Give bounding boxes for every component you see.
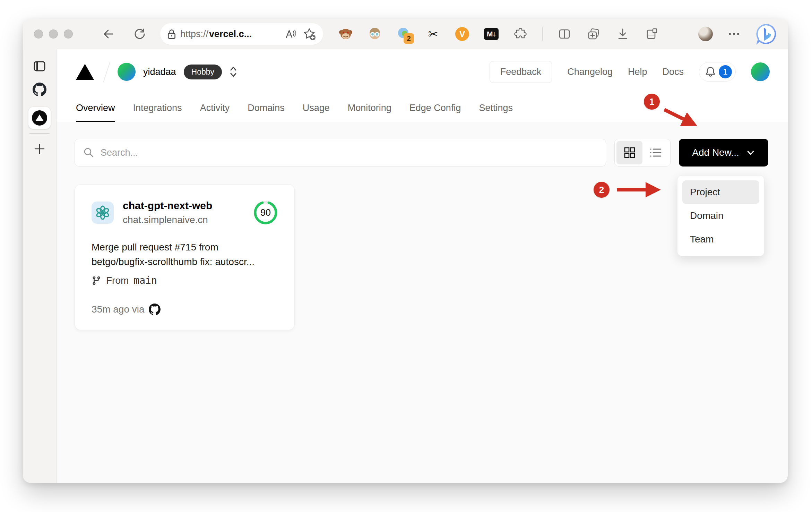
back-arrow-icon	[102, 28, 115, 40]
new-tab-button[interactable]	[34, 143, 45, 155]
github-icon	[33, 83, 46, 96]
collections-icon	[645, 27, 659, 41]
tab-edge-config[interactable]: Edge Config	[409, 94, 461, 122]
dashboard-header: yidadaa Hobby Feedback Changelog Help Do…	[57, 49, 788, 94]
add-new-menu: Project Domain Team	[677, 175, 765, 256]
window-minimize-button[interactable]	[49, 29, 58, 39]
url-host: vercel.c...	[209, 29, 252, 40]
notifications-button[interactable]: 1	[699, 62, 736, 82]
docs-link[interactable]: Docs	[662, 67, 684, 77]
dashboard-tabs: Overview Integrations Activity Domains U…	[57, 94, 788, 122]
menu-item-domain[interactable]: Domain	[682, 204, 759, 228]
back-button[interactable]	[101, 26, 116, 42]
scope-switcher-button[interactable]	[229, 66, 238, 78]
dashboard-content: Add New...	[57, 122, 788, 483]
split-screen-button[interactable]	[557, 27, 572, 41]
team-avatar[interactable]	[118, 63, 136, 81]
project-search[interactable]	[75, 139, 606, 167]
tab-overview[interactable]: Overview	[76, 94, 115, 122]
downloads-button[interactable]	[615, 27, 630, 41]
tab-domains[interactable]: Domains	[248, 94, 285, 122]
more-menu-button[interactable]	[727, 27, 741, 41]
extensions-menu-button[interactable]	[513, 27, 528, 41]
browser-sidebar	[23, 49, 57, 483]
v-extension-icon[interactable]: V	[455, 27, 469, 41]
browser-toolbar: https:// vercel.c...	[23, 19, 788, 49]
annotation-step-2: 2	[594, 182, 610, 198]
tab-settings[interactable]: Settings	[479, 94, 513, 122]
score-value: 90	[253, 200, 278, 225]
markdown-icon: M↓	[484, 28, 499, 40]
monkey-icon	[338, 27, 353, 41]
feedback-button[interactable]: Feedback	[490, 61, 552, 83]
notification-count-badge: 1	[719, 65, 732, 78]
branch-label: From	[106, 275, 129, 286]
tab-integrations[interactable]: Integrations	[133, 94, 182, 122]
window-zoom-button[interactable]	[64, 29, 73, 39]
markdown-extension-icon[interactable]: M↓	[484, 27, 499, 41]
changelog-link[interactable]: Changelog	[567, 67, 613, 77]
window-controls	[34, 29, 73, 39]
scissors-extension-icon[interactable]: ✂	[426, 27, 440, 41]
add-tab-group-button[interactable]	[586, 27, 601, 41]
help-link[interactable]: Help	[628, 67, 647, 77]
plan-badge: Hobby	[184, 65, 222, 79]
bell-icon	[705, 66, 716, 78]
sidebar-toggle-button[interactable]	[34, 61, 45, 71]
tab-github[interactable]	[33, 83, 46, 96]
bing-icon	[755, 23, 777, 45]
vercel-dashboard: yidadaa Hobby Feedback Changelog Help Do…	[57, 49, 788, 483]
add-new-button[interactable]: Add New...	[679, 139, 768, 167]
bing-chat-button[interactable]	[755, 23, 777, 45]
list-view-button[interactable]	[642, 141, 668, 164]
tab-vercel-active[interactable]	[28, 107, 51, 129]
extensions-row: 2 ✂ V M↓	[338, 27, 659, 41]
download-icon	[616, 27, 630, 41]
collections-button[interactable]	[645, 27, 659, 41]
refresh-button[interactable]	[132, 26, 148, 42]
git-branch-icon	[92, 276, 101, 285]
translator-extension-icon[interactable]: 2	[397, 27, 411, 41]
read-aloud-icon[interactable]	[284, 28, 297, 40]
avatar-extension-icon[interactable]	[368, 27, 382, 41]
copy-add-icon	[587, 27, 601, 41]
panel-icon	[34, 61, 45, 71]
project-card[interactable]: chat-gpt-next-web chat.simplenaive.cn 90	[75, 184, 295, 330]
add-favorite-icon[interactable]	[302, 27, 316, 41]
user-avatar[interactable]	[751, 62, 770, 81]
tab-activity[interactable]: Activity	[200, 94, 230, 122]
commit-line-2: betgo/bugfix-scrollthumb fix: autoscr...	[92, 255, 278, 269]
menu-item-team[interactable]: Team	[682, 228, 759, 251]
deploy-meta: 35m ago via	[92, 304, 145, 315]
tampermonkey-extension-icon[interactable]	[338, 27, 353, 41]
github-icon	[149, 304, 161, 315]
split-screen-icon	[558, 27, 571, 41]
project-name: chat-gpt-next-web	[123, 200, 212, 212]
browser-profile-avatar[interactable]	[698, 27, 713, 41]
branch-name: main	[133, 275, 157, 286]
puzzle-icon	[513, 27, 527, 41]
menu-item-project[interactable]: Project	[682, 180, 759, 204]
search-input[interactable]	[101, 147, 597, 158]
toolbar-divider	[542, 27, 543, 41]
branch-row: From main	[92, 275, 278, 286]
nav-buttons	[101, 26, 148, 42]
grid-view-icon	[623, 146, 636, 159]
tab-monitoring[interactable]: Monitoring	[348, 94, 391, 122]
browser-window: https:// vercel.c...	[23, 19, 788, 483]
grid-view-button[interactable]	[616, 141, 642, 164]
tab-usage[interactable]: Usage	[303, 94, 330, 122]
refresh-icon	[133, 28, 146, 40]
project-domain[interactable]: chat.simplenaive.cn	[123, 214, 212, 225]
annotation-step-1: 1	[644, 94, 660, 110]
window-close-button[interactable]	[34, 29, 43, 39]
view-toggle	[614, 139, 671, 167]
team-name: yidadaa	[143, 67, 176, 77]
person-glasses-icon	[368, 27, 382, 41]
score-ring: 90	[253, 200, 278, 225]
sidebar-divider	[29, 133, 50, 134]
address-bar[interactable]: https:// vercel.c...	[160, 23, 323, 45]
breadcrumb-slash	[103, 61, 110, 82]
vercel-logo[interactable]	[76, 64, 94, 80]
v-icon: V	[455, 27, 469, 41]
